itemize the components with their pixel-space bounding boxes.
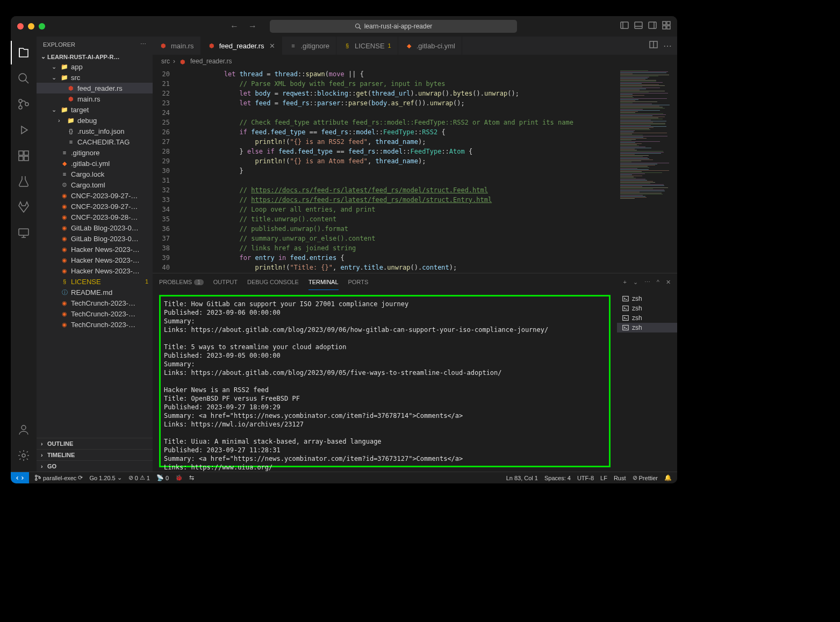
file-TechCrunch-2023-…[interactable]: ◉TechCrunch-2023-… xyxy=(37,298,153,308)
terminal-shell-3[interactable]: zsh xyxy=(617,323,677,332)
panel-maximize-icon[interactable]: ^ xyxy=(657,279,659,286)
panel-close-icon[interactable]: ✕ xyxy=(666,279,671,286)
minimap[interactable] xyxy=(618,68,677,273)
terminal-output[interactable]: Title: How GitLab can support your ISO 2… xyxy=(153,291,617,472)
tab-.gitignore[interactable]: ≡.gitignore xyxy=(282,37,336,55)
layout-customize-icon[interactable] xyxy=(662,21,671,32)
svg-rect-1 xyxy=(621,22,628,28)
close-window[interactable] xyxy=(17,23,24,30)
file-.rustc_info.json[interactable]: {}.rustc_info.json xyxy=(37,126,153,136)
file-CACHEDIR.TAG[interactable]: ≡CACHEDIR.TAG xyxy=(37,136,153,147)
gitlab-view[interactable] xyxy=(11,196,37,219)
svg-rect-14 xyxy=(19,156,23,161)
file-CNCF-2023-09-27-…[interactable]: ◉CNCF-2023-09-27-… xyxy=(37,201,153,212)
split-editor-icon[interactable] xyxy=(649,40,658,51)
file-main.rs[interactable]: ⬢main.rs xyxy=(37,93,153,104)
file-TechCrunch-2023-…[interactable]: ◉TechCrunch-2023-… xyxy=(37,308,153,319)
file-Hacker News-2023-…[interactable]: ◉Hacker News-2023-… xyxy=(37,265,153,276)
terminal-shell-1[interactable]: zsh xyxy=(617,303,677,313)
git-branch[interactable]: parallel-exec⟳ xyxy=(34,474,83,481)
terminal-shell-0[interactable]: zsh xyxy=(617,294,677,303)
live-share-icon[interactable]: ⇆ xyxy=(189,474,194,481)
file-src[interactable]: ⌄📁src xyxy=(37,72,153,83)
language-mode[interactable]: Rust xyxy=(614,475,626,481)
search-view[interactable] xyxy=(11,67,37,90)
file-GitLab Blog-2023-0…[interactable]: ◉GitLab Blog-2023-0… xyxy=(37,233,153,244)
file-TechCrunch-2023-…[interactable]: ◉TechCrunch-2023-… xyxy=(37,319,153,330)
file-Cargo.lock[interactable]: ≡Cargo.lock xyxy=(37,169,153,179)
go-section[interactable]: ›GO xyxy=(37,460,153,472)
indentation[interactable]: Spaces: 4 xyxy=(544,475,571,481)
file-Hacker News-2023-…[interactable]: ◉Hacker News-2023-… xyxy=(37,244,153,255)
problems-status[interactable]: ⊘0 ⚠1 xyxy=(128,474,150,481)
debug-console-tab[interactable]: DEBUG CONSOLE xyxy=(247,274,299,290)
testing-view[interactable] xyxy=(11,170,37,193)
source-control-view[interactable] xyxy=(11,92,37,116)
prettier-status[interactable]: ⊘ Prettier xyxy=(633,474,658,481)
file-CNCF-2023-09-27-…[interactable]: ◉CNCF-2023-09-27-… xyxy=(37,190,153,201)
ports-tab[interactable]: PORTS xyxy=(348,274,369,290)
accounts[interactable] xyxy=(11,418,37,442)
eol[interactable]: LF xyxy=(600,475,607,481)
svg-rect-13 xyxy=(24,151,28,155)
svg-rect-5 xyxy=(667,21,670,25)
timeline-section[interactable]: ›TIMELINE xyxy=(37,449,153,460)
svg-rect-4 xyxy=(663,21,666,25)
file-.gitlab-ci.yml[interactable]: ◆.gitlab-ci.yml xyxy=(37,158,153,169)
cursor-position[interactable]: Ln 83, Col 1 xyxy=(506,475,538,481)
layout-panel-icon[interactable] xyxy=(634,21,643,32)
remote-button[interactable] xyxy=(11,472,29,484)
tab-.gitlab-ci.yml[interactable]: ◆.gitlab-ci.yml xyxy=(398,37,462,55)
svg-rect-15 xyxy=(24,156,28,161)
explorer-view[interactable] xyxy=(11,41,37,64)
maximize-window[interactable] xyxy=(39,23,45,30)
remote-view[interactable] xyxy=(11,221,37,245)
notifications-icon[interactable]: 🔔 xyxy=(664,474,672,481)
editor-more-icon[interactable]: ⋯ xyxy=(663,41,672,51)
command-search[interactable]: learn-rust-ai-app-reader xyxy=(270,20,517,33)
outline-section[interactable]: ›OUTLINE xyxy=(37,438,153,449)
minimize-window[interactable] xyxy=(28,23,34,30)
svg-rect-12 xyxy=(19,151,23,155)
file-.gitignore[interactable]: ≡.gitignore xyxy=(37,147,153,158)
file-Hacker News-2023-…[interactable]: ◉Hacker News-2023-… xyxy=(37,255,153,265)
file-debug[interactable]: ›📁debug xyxy=(37,115,153,126)
debug-view[interactable] xyxy=(11,118,37,142)
layout-sidebar-left-icon[interactable] xyxy=(620,21,629,32)
nav-back[interactable]: ← xyxy=(227,20,242,32)
panel-more-icon[interactable]: ⋯ xyxy=(644,279,650,286)
file-GitLab Blog-2023-0…[interactable]: ◉GitLab Blog-2023-0… xyxy=(37,222,153,233)
file-LICENSE[interactable]: §LICENSE1 xyxy=(37,276,153,287)
file-README.md[interactable]: ⓘREADME.md xyxy=(37,287,153,298)
output-tab[interactable]: OUTPUT xyxy=(213,274,238,290)
terminal-shell-2[interactable]: zsh xyxy=(617,313,677,323)
tab-feed_reader.rs[interactable]: ⬢feed_reader.rs✕ xyxy=(201,37,283,55)
terminal-tab[interactable]: TERMINAL xyxy=(308,274,339,290)
go-version[interactable]: Go 1.20.5⌄ xyxy=(89,474,121,481)
manage[interactable] xyxy=(11,444,37,467)
new-terminal-icon[interactable]: + xyxy=(623,279,626,286)
breadcrumbs[interactable]: src› ⬢feed_reader.rs xyxy=(153,55,677,68)
close-tab-icon[interactable]: ✕ xyxy=(269,42,275,50)
file-Cargo.toml[interactable]: ⚙Cargo.toml xyxy=(37,179,153,190)
radio-status[interactable]: 📡0 xyxy=(156,474,169,481)
nav-forward[interactable]: → xyxy=(245,20,260,32)
extensions-view[interactable] xyxy=(11,144,37,168)
tab-main.rs[interactable]: ⬢main.rs xyxy=(153,37,201,55)
encoding[interactable]: UTF-8 xyxy=(577,475,594,481)
line-gutter: 20 21 22 23 24 25 26 27 28 29 30 31 32 3… xyxy=(153,68,177,273)
file-feed_reader.rs[interactable]: ⬢feed_reader.rs xyxy=(37,83,153,93)
svg-point-0 xyxy=(355,24,360,28)
svg-rect-2 xyxy=(635,22,642,28)
file-app[interactable]: ⌄📁app xyxy=(37,61,153,72)
code-editor[interactable]: let thread = thread::spawn(move || { // … xyxy=(177,68,618,273)
project-name[interactable]: LEARN-RUST-AI-APP-R… xyxy=(47,54,119,60)
tab-LICENSE[interactable]: §LICENSE1 xyxy=(336,37,398,55)
layout-sidebar-right-icon[interactable] xyxy=(648,21,657,32)
file-target[interactable]: ⌄📁target xyxy=(37,104,153,115)
file-CNCF-2023-09-28-…[interactable]: ◉CNCF-2023-09-28-… xyxy=(37,212,153,222)
debug-icon[interactable]: 🐞 xyxy=(175,474,183,481)
terminal-dropdown-icon[interactable]: ⌄ xyxy=(633,279,638,286)
sidebar-more[interactable]: ⋯ xyxy=(140,41,146,48)
problems-tab[interactable]: PROBLEMS1 xyxy=(159,274,204,290)
